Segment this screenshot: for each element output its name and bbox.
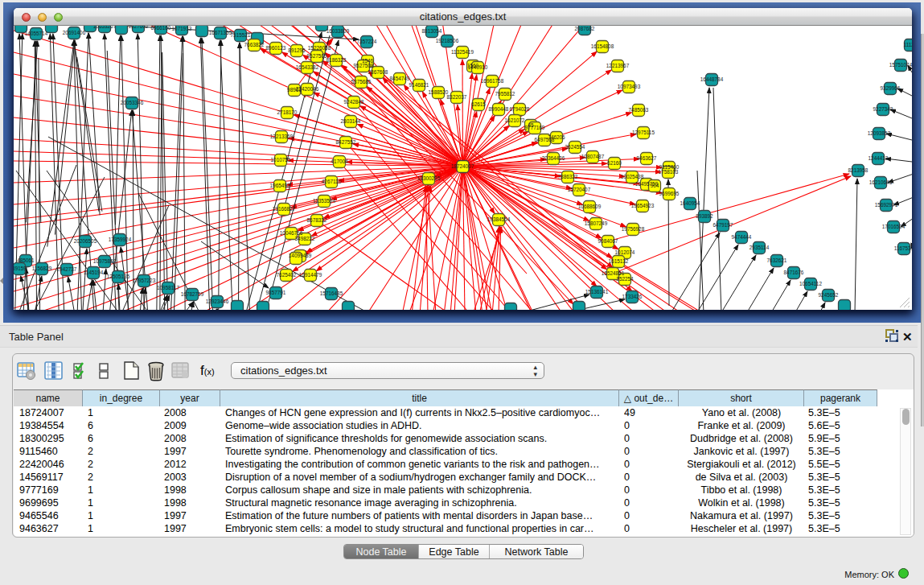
svg-text:9463627: 9463627 <box>637 155 657 161</box>
svg-text:10807487: 10807487 <box>581 154 605 159</box>
svg-text:17957223: 17957223 <box>133 278 156 283</box>
svg-text:15692971: 15692971 <box>875 202 898 208</box>
svg-text:16448784: 16448784 <box>700 76 724 82</box>
svg-text:9527505: 9527505 <box>307 53 327 59</box>
svg-text:12505135: 12505135 <box>107 274 130 279</box>
svg-text:18724007: 18724007 <box>451 163 474 169</box>
svg-text:22420046: 22420046 <box>296 86 319 92</box>
svg-text:3498222: 3498222 <box>295 236 315 241</box>
svg-text:9084067: 9084067 <box>598 238 618 244</box>
svg-text:5375685: 5375685 <box>351 79 372 84</box>
svg-text:1527602: 1527602 <box>129 26 149 29</box>
svg-text:15716485: 15716485 <box>320 290 343 296</box>
svg-text:2803144: 2803144 <box>341 118 361 124</box>
svg-text:9227343: 9227343 <box>873 106 893 112</box>
svg-text:15226058: 15226058 <box>308 45 331 51</box>
svg-text:9245652: 9245652 <box>819 292 839 298</box>
svg-text:8454749: 8454749 <box>390 76 410 81</box>
svg-text:7955812: 7955812 <box>495 91 515 97</box>
svg-text:2942737: 2942737 <box>57 266 77 272</box>
svg-text:1010755: 1010755 <box>271 157 291 163</box>
svg-text:6966160: 6966160 <box>151 26 171 31</box>
svg-text:15720407: 15720407 <box>568 187 591 192</box>
svg-text:1244413: 1244413 <box>869 155 889 161</box>
svg-text:19218506: 19218506 <box>436 38 459 43</box>
svg-text:17016504: 17016504 <box>882 224 906 229</box>
svg-text:9857791: 9857791 <box>266 290 286 295</box>
svg-text:12093852: 12093852 <box>868 130 891 136</box>
svg-text:8990448: 8990448 <box>489 106 509 112</box>
svg-text:12213369: 12213369 <box>270 134 294 139</box>
svg-text:20364436: 20364436 <box>542 155 565 161</box>
svg-text:19654923: 19654923 <box>631 203 655 208</box>
svg-text:16961758: 16961758 <box>481 78 504 84</box>
svg-text:8471676: 8471676 <box>784 270 804 275</box>
svg-text:10046766: 10046766 <box>280 230 303 236</box>
svg-text:7515521: 7515521 <box>231 32 251 38</box>
svg-text:2935114: 2935114 <box>749 245 770 250</box>
svg-text:893892: 893892 <box>696 213 713 219</box>
svg-text:9329966: 9329966 <box>881 85 901 91</box>
svg-text:9777169: 9777169 <box>525 125 545 130</box>
svg-text:20206505: 20206505 <box>74 238 97 244</box>
svg-text:1012074: 1012074 <box>615 249 635 255</box>
svg-text:16524851: 16524851 <box>602 270 625 276</box>
svg-text:3624554: 3624554 <box>565 144 585 150</box>
svg-text:16033809: 16033809 <box>326 28 350 34</box>
svg-text:485061: 485061 <box>17 257 35 263</box>
svg-text:1145194: 1145194 <box>84 270 104 275</box>
svg-text:10688609: 10688609 <box>578 204 602 209</box>
svg-text:15751074: 15751074 <box>889 62 912 68</box>
svg-text:16782759: 16782759 <box>181 291 204 297</box>
svg-text:12213967: 12213967 <box>606 63 630 68</box>
svg-text:8186328: 8186328 <box>326 57 347 63</box>
svg-text:17359924: 17359924 <box>109 237 132 242</box>
svg-text:2718170: 2718170 <box>277 109 298 115</box>
svg-text:12975115: 12975115 <box>632 130 655 135</box>
svg-text:16154808: 16154808 <box>591 43 614 49</box>
svg-text:16914479: 16914479 <box>299 272 322 278</box>
svg-text:904: 904 <box>651 183 659 188</box>
svg-text:1615132: 1615132 <box>609 258 629 264</box>
svg-text:8213958: 8213958 <box>848 167 869 173</box>
svg-text:39159: 39159 <box>14 266 27 271</box>
svg-text:8678332: 8678332 <box>307 217 327 223</box>
svg-text:19756928: 19756928 <box>622 226 645 232</box>
svg-text:2087682: 2087682 <box>575 26 595 31</box>
svg-text:1156829: 1156829 <box>32 266 52 271</box>
svg-text:15807249: 15807249 <box>585 220 608 226</box>
svg-text:1071913: 1071913 <box>172 26 192 31</box>
svg-text:7632621: 7632621 <box>767 257 787 263</box>
svg-text:10973493: 10973493 <box>618 84 641 89</box>
svg-text:7625402: 7625402 <box>277 272 297 278</box>
svg-text:11353594: 11353594 <box>313 198 335 204</box>
svg-text:12923446: 12923446 <box>206 299 229 304</box>
svg-text:9242848: 9242848 <box>344 99 364 105</box>
svg-text:16210643: 16210643 <box>869 179 893 185</box>
svg-text:6497568: 6497568 <box>535 137 555 142</box>
svg-text:1440910: 1440910 <box>468 64 488 70</box>
svg-text:18300295: 18300295 <box>417 175 441 181</box>
svg-text:8813054: 8813054 <box>422 28 442 34</box>
svg-text:7886322: 7886322 <box>558 174 578 179</box>
svg-text:8960123: 8960123 <box>266 45 286 51</box>
svg-text:1588520: 1588520 <box>429 89 449 95</box>
svg-text:1965492: 1965492 <box>270 183 290 188</box>
svg-text:10025438: 10025438 <box>621 174 644 179</box>
svg-text:62615: 62615 <box>471 101 486 107</box>
svg-text:19384554: 19384554 <box>487 216 511 222</box>
svg-text:10958117: 10958117 <box>157 285 179 290</box>
svg-text:252254: 252254 <box>616 276 634 282</box>
svg-text:891295: 891295 <box>288 47 306 53</box>
svg-text:8427552: 8427552 <box>336 139 356 145</box>
svg-text:10975887: 10975887 <box>93 258 117 264</box>
svg-text:9146821: 9146821 <box>409 82 429 88</box>
svg-text:19166827: 19166827 <box>273 206 296 212</box>
svg-text:9474444: 9474444 <box>732 234 752 240</box>
svg-text:62160: 62160 <box>607 160 622 166</box>
svg-text:1758103: 1758103 <box>659 169 679 175</box>
svg-text:1733426: 1733426 <box>622 294 643 299</box>
svg-text:20053346: 20053346 <box>121 100 144 105</box>
svg-text:4267110: 4267110 <box>322 179 342 184</box>
svg-text:8322037: 8322037 <box>447 94 467 100</box>
